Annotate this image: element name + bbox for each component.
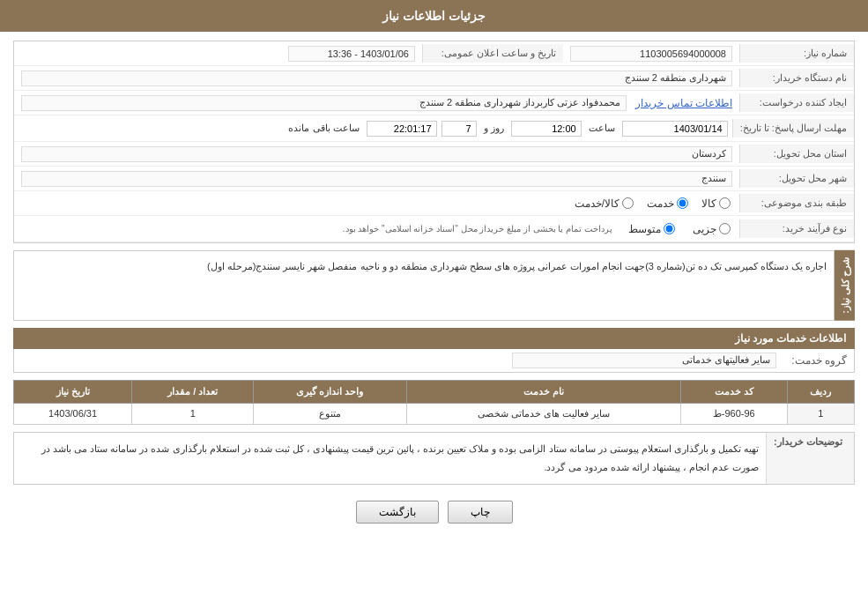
buyer-org-input xyxy=(21,71,732,86)
announce-date-label: تاریخ و ساعت اعلان عمومی: xyxy=(422,44,563,63)
services-info-section: اطلاعات خدمات مورد نیاز گروه خدمت: xyxy=(13,328,855,373)
row-deadline: مهلت ارسال پاسخ: تا تاریخ: ساعت روز و سا… xyxy=(14,115,854,142)
proc-radio-motavasset[interactable]: متوسط xyxy=(628,223,675,235)
proc-radio-motavasset-input[interactable] xyxy=(664,223,675,234)
page-header: جزئیات اطلاعات نیاز xyxy=(0,0,868,32)
back-button[interactable]: بازگشت xyxy=(356,501,439,524)
announce-date-input xyxy=(288,46,415,62)
col-header-date: تاریخ نیاز xyxy=(14,380,132,403)
buyer-org-label: نام دستگاه خریدار: xyxy=(739,69,854,87)
city-value xyxy=(14,167,739,190)
province-label: استان محل تحویل: xyxy=(739,145,854,163)
need-desc-value: اجاره یک دستگاه کمپرسی تک ده تن(شماره 3)… xyxy=(13,250,835,321)
subject-radio-khedmat[interactable]: خدمت xyxy=(647,197,688,210)
notes-inner: توضیحات خریدار: تهیه تکمیل و بارگذاری اس… xyxy=(14,433,854,484)
table-cell: سایر فعالیت های خدماتی شخصی xyxy=(406,403,680,424)
deadline-remaining-input xyxy=(367,121,437,137)
city-label: شهر محل تحویل: xyxy=(739,169,854,188)
service-group-row: گروه خدمت: xyxy=(13,349,855,373)
page-wrapper: جزئیات اطلاعات نیاز شماره نیاز: تاریخ و … xyxy=(0,0,868,609)
deadline-days-label: روز و xyxy=(481,123,507,134)
col-header-unit: واحد اندازه گیری xyxy=(254,380,406,403)
service-group-label: گروه خدمت: xyxy=(776,354,847,367)
buyer-org-value xyxy=(14,67,739,90)
row-need-number: شماره نیاز: تاریخ و ساعت اعلان عمومی: xyxy=(14,41,854,66)
row-city: شهر محل تحویل: xyxy=(14,167,854,191)
row-buyer-org: نام دستگاه خریدار: xyxy=(14,66,854,91)
page-title: جزئیات اطلاعات نیاز xyxy=(382,9,486,23)
creator-value: اطلاعات تماس خریدار xyxy=(14,92,739,115)
col-header-name: نام خدمت xyxy=(406,380,680,403)
announce-date-value xyxy=(281,42,422,65)
row-subject: طبقه بندی موضوعی: کالا خدمت کالا/خدمت xyxy=(14,191,854,216)
table-cell: متنوع xyxy=(254,403,406,424)
col-header-code: کد خدمت xyxy=(680,380,787,403)
need-number-label: شماره نیاز: xyxy=(739,44,854,63)
services-table: ردیف کد خدمت نام خدمت واحد اندازه گیری ت… xyxy=(13,380,855,425)
proc-radio-jozi-input[interactable] xyxy=(719,223,731,234)
city-input xyxy=(21,171,732,187)
subject-kala-label: کالا xyxy=(701,197,716,210)
row-province: استان محل تحویل: xyxy=(14,142,854,167)
province-input xyxy=(21,146,732,162)
subject-radio-kala[interactable]: کالا xyxy=(701,197,731,210)
table-header-row: ردیف کد خدمت نام خدمت واحد اندازه گیری ت… xyxy=(14,380,855,403)
subject-radio-kala-input[interactable] xyxy=(719,197,731,209)
deadline-time-input xyxy=(511,121,582,137)
deadline-time-label: ساعت xyxy=(586,123,618,134)
creator-label: ایجاد کننده درخواست: xyxy=(739,93,854,112)
subject-label: طبقه بندی موضوعی: xyxy=(739,194,854,212)
table-cell: 1 xyxy=(787,403,854,424)
subject-radio-khedmat-input[interactable] xyxy=(677,197,688,209)
proc-motavasset-label: متوسط xyxy=(628,223,661,235)
buyer-notes-section: توضیحات خریدار: تهیه تکمیل و بارگذاری اس… xyxy=(13,432,855,485)
col-header-rownum: ردیف xyxy=(787,380,854,403)
need-desc-section: شرح کلی نیاز: اجاره یک دستگاه کمپرسی تک … xyxy=(13,250,855,321)
print-button[interactable]: چاپ xyxy=(448,501,513,524)
subject-radio-kala-khedmat-input[interactable] xyxy=(622,197,634,209)
creator-input xyxy=(21,95,627,111)
deadline-remaining-label: ساعت باقی مانده xyxy=(286,123,361,134)
deadline-date-input xyxy=(622,121,728,137)
need-number-value xyxy=(563,42,739,65)
subject-radio-kala-khedmat[interactable]: کالا/خدمت xyxy=(575,197,634,210)
services-info-header: اطلاعات خدمات مورد نیاز xyxy=(13,328,855,349)
content-area: شماره نیاز: تاریخ و ساعت اعلان عمومی: نا… xyxy=(0,32,868,541)
proc-jozi-label: جزیی xyxy=(693,223,716,235)
deadline-days-input xyxy=(441,121,477,137)
col-header-qty: تعداد / مقدار xyxy=(132,380,254,403)
row-creator: ایجاد کننده درخواست: اطلاعات تماس خریدار xyxy=(14,91,854,115)
subject-radios: کالا خدمت کالا/خدمت xyxy=(566,197,739,210)
creator-contact-link[interactable]: اطلاعات تماس خریدار xyxy=(635,97,732,109)
subject-kala-khedmat-label: کالا/خدمت xyxy=(575,197,619,210)
row-proc-type: نوع فرآیند خرید: جزیی متوسط پرداخت تمام … xyxy=(14,216,854,242)
table-row: 1960-96-طسایر فعالیت های خدماتی شخصیمتنو… xyxy=(14,403,855,424)
main-info-section: شماره نیاز: تاریخ و ساعت اعلان عمومی: نا… xyxy=(13,41,855,243)
need-desc-label: شرح کلی نیاز: xyxy=(835,250,855,321)
deadline-label: مهلت ارسال پاسخ: تا تاریخ: xyxy=(732,119,854,137)
buttons-row: چاپ بازگشت xyxy=(13,492,855,532)
subject-khedmat-label: خدمت xyxy=(647,197,674,210)
buyer-notes-label: توضیحات خریدار: xyxy=(766,433,854,484)
proc-radio-jozi[interactable]: جزیی xyxy=(693,223,731,235)
province-value xyxy=(14,143,739,166)
need-number-input xyxy=(570,46,732,62)
table-cell: 1 xyxy=(132,403,254,424)
proc-radios: جزیی متوسط xyxy=(619,223,739,235)
proc-note: پرداخت تمام یا بخشی از مبلغ خریداز محل "… xyxy=(336,224,619,234)
table-cell: 960-96-ط xyxy=(680,403,787,424)
table-cell: 1403/06/31 xyxy=(14,403,132,424)
proc-type-label: نوع فرآیند خرید: xyxy=(739,219,854,238)
service-group-input xyxy=(512,353,776,368)
buyer-notes-value: تهیه تکمیل و بارگذاری استعلام پیوستی در … xyxy=(14,433,766,484)
